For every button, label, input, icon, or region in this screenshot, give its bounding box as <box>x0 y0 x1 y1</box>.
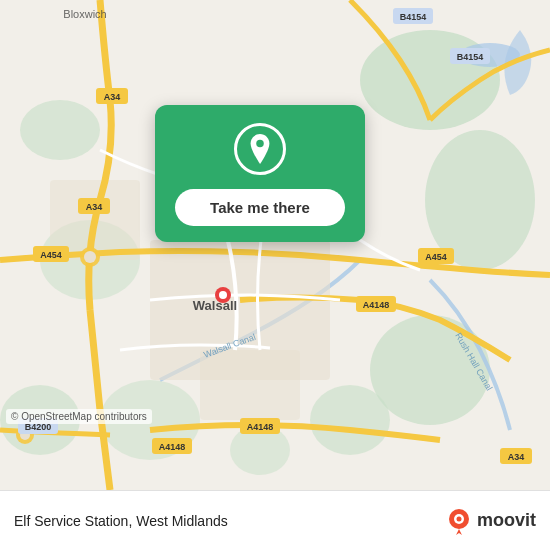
location-icon-circle <box>234 123 286 175</box>
svg-point-45 <box>219 291 227 299</box>
svg-rect-13 <box>200 350 300 420</box>
svg-text:A4148: A4148 <box>363 300 390 310</box>
map-attribution: © OpenStreetMap contributors <box>6 409 152 424</box>
bottom-bar: Elf Service Station, West Midlands moovi… <box>0 490 550 550</box>
svg-point-3 <box>20 100 100 160</box>
svg-point-49 <box>456 516 461 521</box>
moovit-text: moovit <box>477 510 536 531</box>
svg-text:A34: A34 <box>86 202 103 212</box>
moovit-logo: moovit <box>445 507 536 535</box>
cta-card: Take me there <box>155 105 365 242</box>
svg-text:A454: A454 <box>425 252 447 262</box>
take-me-there-button[interactable]: Take me there <box>175 189 345 226</box>
svg-text:A454: A454 <box>40 250 62 260</box>
svg-point-46 <box>256 140 264 148</box>
svg-text:A34: A34 <box>104 92 121 102</box>
svg-text:A4148: A4148 <box>159 442 186 452</box>
location-pin-icon <box>247 134 273 164</box>
svg-point-6 <box>310 385 390 455</box>
svg-text:A34: A34 <box>508 452 525 462</box>
location-label: Elf Service Station, West Midlands <box>14 513 228 529</box>
moovit-pin-icon <box>445 507 473 535</box>
svg-text:B4154: B4154 <box>457 52 484 62</box>
svg-text:B4154: B4154 <box>400 12 427 22</box>
map-view: A34 A34 A454 A454 A4148 A4148 A4148 B415… <box>0 0 550 490</box>
svg-text:A4148: A4148 <box>247 422 274 432</box>
svg-point-15 <box>84 251 96 263</box>
svg-text:Bloxwich: Bloxwich <box>63 8 106 20</box>
svg-text:Walsall: Walsall <box>193 298 237 313</box>
